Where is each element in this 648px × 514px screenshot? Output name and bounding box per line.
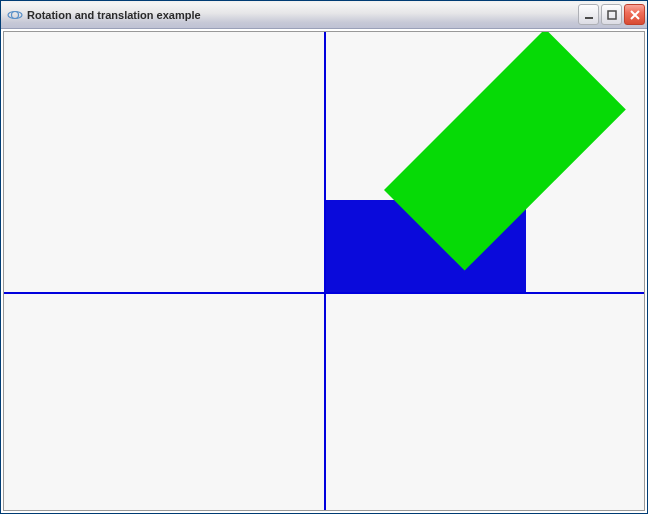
close-button[interactable] (624, 4, 645, 25)
app-window: Rotation and translation example (0, 0, 648, 514)
svg-point-1 (12, 11, 19, 18)
svg-rect-2 (585, 17, 593, 19)
window-controls (578, 4, 645, 25)
y-axis (324, 32, 326, 510)
window-title: Rotation and translation example (27, 9, 578, 21)
svg-rect-3 (608, 11, 616, 19)
titlebar[interactable]: Rotation and translation example (1, 1, 647, 29)
maximize-button[interactable] (601, 4, 622, 25)
app-icon (7, 7, 23, 23)
minimize-button[interactable] (578, 4, 599, 25)
svg-point-0 (8, 11, 22, 18)
canvas (3, 31, 645, 511)
